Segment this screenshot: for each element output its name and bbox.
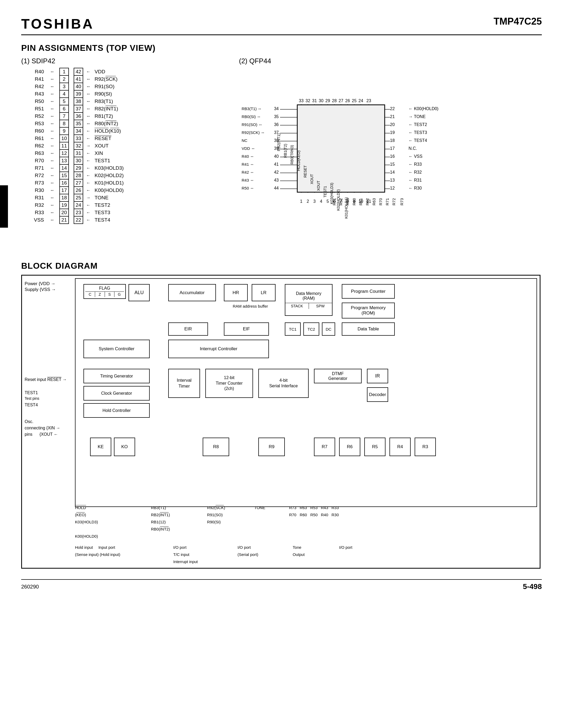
svg-text:← TEST3: ← TEST3 <box>409 130 427 135</box>
svg-text:R41 ↔: R41 ↔ <box>241 162 254 167</box>
lr-block: LR <box>252 284 275 301</box>
svg-text:5: 5 <box>327 199 329 204</box>
dc-block: DC <box>322 322 335 336</box>
inner-circuit-area: FLAG C Z S G ALU Accumulator HR <box>75 278 537 507</box>
clock-generator-block: Clock Generator <box>83 386 150 401</box>
svg-text:← TEST2: ← TEST2 <box>409 122 427 127</box>
svg-text:22: 22 <box>390 106 395 111</box>
svg-text:14: 14 <box>390 170 395 174</box>
svg-text:15: 15 <box>390 162 395 167</box>
svg-text:R92(SCK) ↔: R92(SCK) ↔ <box>241 130 265 135</box>
page: TOSHIBA TMP47C25 PIN ASSIGNMENTS (TOP VI… <box>0 0 563 728</box>
accumulator-block: Accumulator <box>168 284 216 301</box>
tone-output-desc: ToneOutput <box>293 544 305 565</box>
svg-text:RB0(SI) ↔: RB0(SI) ↔ <box>241 114 261 119</box>
timing-generator-block: Timing Generator <box>83 369 150 383</box>
pin-box: 1 <box>60 68 69 75</box>
tc1-block: TC1 <box>285 322 301 336</box>
pin-assignments: (1) SDIP42 R40 ↔ 1 42 ← VDD <box>21 57 542 253</box>
svg-text:RESET: RESET <box>303 165 307 178</box>
pin-section-title: PIN ASSIGNMENTS (TOP VIEW) <box>21 43 542 53</box>
svg-text:RB2(INT1): RB2(INT1) <box>276 133 281 151</box>
svg-text:K03(HOLD3): K03(HOLD3) <box>330 183 334 204</box>
r9x-label-group: R92(SCK) R91(SO) R90(SI) <box>207 504 225 525</box>
svg-text:K02(HOLD2): K02(HOLD2) <box>336 189 341 211</box>
svg-text:23: 23 <box>367 98 371 103</box>
pin-row: R51 ↔ 6 37 ↔ R82(INT1) <box>21 105 124 113</box>
dtmf-generator-block: DTMFGenerator <box>314 369 362 383</box>
hold-controller-block: Hold Controller <box>83 403 150 418</box>
r7x-label-group: R73 R63 R53 R43 R33 R70 R60 R50 R40 R30 <box>289 504 339 518</box>
svg-text:34: 34 <box>274 106 279 111</box>
pin-row: R72 ↔ 15 28 ← K02(HOLD2) <box>21 172 124 179</box>
svg-text:← R33: ← R33 <box>409 162 422 167</box>
svg-text:R43 ↔: R43 ↔ <box>241 178 254 182</box>
svg-text:TEST1: TEST1 <box>323 186 327 197</box>
r4-block: R4 <box>390 438 411 456</box>
interval-timer-block: IntervalTimer <box>168 369 200 398</box>
serial-port-desc: I/O port (Serial port) <box>237 544 258 565</box>
page-marker <box>0 185 8 228</box>
footer: 260290 5-498 <box>21 579 542 591</box>
pin-row: R53 ↔ 8 35 ↔ R80(INT2) <box>21 120 124 127</box>
r5-block: R5 <box>364 438 386 456</box>
pin-row: R31 ↔ 18 25 → TONE <box>21 194 124 201</box>
svg-text:12: 12 <box>390 186 395 190</box>
svg-text:RB1(T2): RB1(T2) <box>283 144 288 158</box>
svg-text:17: 17 <box>390 146 395 151</box>
hr-block: HR <box>224 284 248 301</box>
ko-block: KO <box>114 438 135 456</box>
svg-text:16: 16 <box>390 154 395 159</box>
svg-text:RB0(TRN3): RB0(TRN3) <box>290 145 294 164</box>
svg-text:← K00(HOLD0): ← K00(HOLD0) <box>409 106 439 111</box>
serial-interface-block: 4-bitSerial Interface <box>258 369 309 398</box>
power-supply-label: Power {VDD →Supply {VSS → <box>25 281 56 293</box>
pin-row: R62 ↔ 11 32 → XOUT <box>21 142 124 150</box>
r8-block: R8 <box>203 438 229 456</box>
pin-box: 42 <box>74 68 83 75</box>
timer-counter-block: 12-bitTimer Counter(2ch) <box>205 369 253 398</box>
pin-row: R63 ↔ 12 31 ← XIN <box>21 150 124 157</box>
svg-text:R72: R72 <box>392 198 396 205</box>
data-table-block: Data Table <box>342 322 395 336</box>
svg-text:R62: R62 <box>365 198 370 205</box>
tone-label: TONE <box>254 504 265 511</box>
svg-text:31: 31 <box>312 98 317 103</box>
svg-text:44: 44 <box>274 186 279 190</box>
svg-text:← TEST4: ← TEST4 <box>409 138 427 143</box>
interrupt-controller-block: Interrupt Controller <box>168 340 269 358</box>
svg-text:→ TONE: → TONE <box>409 114 426 119</box>
qfp-section: (2) QFP44 33 32 31 30 29 28 27 26 <box>239 57 542 253</box>
svg-text:R71: R71 <box>385 198 390 205</box>
io-port-desc: I/O port T/C input Interrupt input <box>173 544 198 565</box>
footer-page-number: 5-498 <box>523 582 542 591</box>
svg-text:28: 28 <box>332 98 337 103</box>
svg-text:41: 41 <box>274 162 279 167</box>
svg-text:HOLD(KEO): HOLD(KEO) <box>297 150 301 171</box>
pin-row: VSS ↔ 21 22 ← TEST4 <box>21 216 124 224</box>
r7-block: R7 <box>314 438 335 456</box>
eif-block: EIF <box>224 322 269 336</box>
svg-text:K01(HOLD1): K01(HOLD1) <box>344 197 349 219</box>
pin-row: R50 ↔ 5 38 ↔ R83(T1) <box>21 98 124 105</box>
sdip-section: (1) SDIP42 R40 ↔ 1 42 ← VDD <box>21 57 223 253</box>
svg-text:26: 26 <box>345 98 350 103</box>
svg-text:3: 3 <box>314 199 316 204</box>
r6-block: R6 <box>339 438 360 456</box>
svg-text:29: 29 <box>325 98 330 103</box>
svg-text:4: 4 <box>320 199 323 204</box>
svg-text:R61: R61 <box>359 198 363 205</box>
hold-input-desc: Hold input Input port (Sense input) (Hol… <box>75 544 120 565</box>
svg-text:36: 36 <box>274 122 279 127</box>
sdip-title: (1) SDIP42 <box>21 57 223 65</box>
svg-text:R91(SO) ↔: R91(SO) ↔ <box>241 122 262 127</box>
qfp-diagram: 33 32 31 30 29 28 27 26 25 24 23 22 21 2… <box>239 68 456 253</box>
pin-row: R41 ↔ 2 41 ↔ R92(SCK) <box>21 75 124 83</box>
svg-text:R63: R63 <box>372 198 376 205</box>
hold-label-group: HOLD (KEO) K03(HOLD3) K00(HOLD0) <box>75 504 98 540</box>
pin-row: R42 ↔ 3 40 ↔ R91(SO) <box>21 83 124 90</box>
svg-text:1: 1 <box>300 199 303 204</box>
svg-text:R42 ↔: R42 ↔ <box>241 170 254 174</box>
data-memory-block: Data Memory(RAM) STACK SPW <box>285 284 333 316</box>
decoder-block: Decoder <box>367 387 388 402</box>
